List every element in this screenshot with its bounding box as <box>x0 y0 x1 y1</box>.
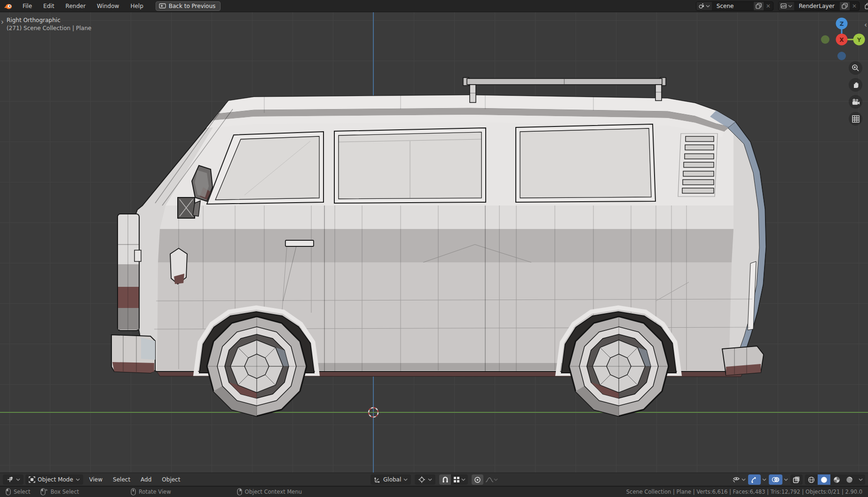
snap-target-icon <box>453 476 460 483</box>
menu-select[interactable]: Select <box>109 476 134 483</box>
visibility-icon <box>732 476 740 483</box>
shading-material-button[interactable] <box>830 474 843 485</box>
van-window-rear[interactable] <box>516 124 655 202</box>
chevron-down-icon <box>403 478 408 481</box>
wireframe-sphere-icon <box>808 476 815 483</box>
van-front-bumper[interactable] <box>111 335 155 373</box>
van-front-post[interactable] <box>118 214 139 331</box>
scene-selector[interactable]: Scene ✕ <box>696 1 773 11</box>
gizmo-axis-y[interactable]: Y <box>853 34 865 46</box>
van-rear-wheel[interactable] <box>558 308 679 416</box>
status-bar: Select Box Select Rotate View Object Con… <box>0 486 868 497</box>
svg-text:Z: Z <box>840 21 844 27</box>
falloff-icon <box>485 477 494 483</box>
shading-wireframe-button[interactable] <box>805 474 818 485</box>
falloff-dropdown[interactable] <box>485 477 498 483</box>
chevron-down-icon <box>859 478 863 481</box>
pan-button[interactable] <box>849 78 862 92</box>
scene-copy-button[interactable] <box>753 2 764 10</box>
proportional-icon <box>474 476 481 483</box>
chevron-down-icon <box>762 478 766 481</box>
zoom-icon <box>852 64 860 72</box>
chevron-down-icon <box>76 478 80 481</box>
transform-orientation-dropdown[interactable]: Global <box>371 474 411 485</box>
van-door-handle[interactable] <box>285 240 314 246</box>
render-layer-selector[interactable]: RenderLayer ✕ <box>778 1 860 11</box>
navigation-gizmo[interactable]: Z X Y <box>813 16 868 68</box>
back-to-previous-label: Back to Previous <box>169 3 216 9</box>
solid-sphere-icon <box>821 476 828 483</box>
gizmos-toggle[interactable] <box>748 474 761 485</box>
viewport-nav-buttons <box>849 61 862 126</box>
svg-text:Y: Y <box>857 37 861 43</box>
van-model[interactable] <box>0 12 868 473</box>
top-menu-bar: File Edit Render Window Help Back to Pre… <box>0 0 868 12</box>
back-icon <box>159 3 166 9</box>
xray-icon <box>793 476 800 483</box>
object-visibility-dropdown[interactable] <box>732 476 746 483</box>
projection-toggle-button[interactable] <box>849 112 862 126</box>
menu-window[interactable]: Window <box>91 0 125 12</box>
hint-rotate-view: Rotate View <box>131 488 171 496</box>
render-layer-icon <box>781 3 787 9</box>
menu-add[interactable]: Add <box>136 476 156 483</box>
object-mode-icon <box>29 476 35 483</box>
van-front-wheel[interactable] <box>196 308 317 416</box>
snap-toggle-button[interactable] <box>439 474 451 485</box>
gizmo-axis-z[interactable]: Z <box>836 18 848 30</box>
xray-toggle[interactable] <box>790 474 803 485</box>
menu-file[interactable]: File <box>17 0 38 12</box>
shading-dropdown[interactable] <box>856 474 865 485</box>
toolbar-expand-arrow[interactable]: › <box>1 18 4 26</box>
hint-select: Select <box>6 488 30 496</box>
viewport-3d[interactable]: Right Orthographic (271) Scene Collectio… <box>0 12 868 473</box>
scene-icon <box>698 3 705 9</box>
van-sill-band[interactable] <box>160 205 734 229</box>
zoom-button[interactable] <box>849 61 862 75</box>
material-sphere-icon <box>833 476 840 483</box>
shading-mode-group <box>805 474 865 485</box>
menu-help[interactable]: Help <box>125 0 149 12</box>
camera-view-button[interactable] <box>849 95 862 109</box>
render-layer-browse-button[interactable] <box>779 2 794 10</box>
hint-label: Object Context Menu <box>245 489 302 495</box>
copy-icon-cropped <box>864 3 868 9</box>
mode-dropdown[interactable]: Object Mode <box>25 474 83 485</box>
hint-label: Rotate View <box>139 489 171 495</box>
chevron-down-icon <box>16 478 20 481</box>
render-layer-name[interactable]: RenderLayer <box>794 3 839 9</box>
orientation-label: Global <box>383 476 401 483</box>
mouse-left-drag-icon <box>40 488 47 496</box>
render-layer-unlink-button[interactable]: ✕ <box>850 3 859 9</box>
van-rear-bumper[interactable] <box>722 346 764 375</box>
menu-object[interactable]: Object <box>158 476 184 483</box>
blender-logo-icon[interactable] <box>4 2 12 10</box>
gizmo-axis-neg-y[interactable] <box>821 35 829 44</box>
hint-box-select: Box Select <box>40 488 79 496</box>
magnet-icon <box>442 476 449 483</box>
overlays-icon <box>772 476 780 483</box>
back-to-previous-button[interactable]: Back to Previous <box>156 1 221 11</box>
overlays-toggle[interactable] <box>769 474 782 485</box>
van-window-middle[interactable] <box>334 128 486 203</box>
menu-render[interactable]: Render <box>60 0 91 12</box>
gizmo-axis-x[interactable]: X <box>836 34 848 46</box>
chevron-down-icon <box>461 478 466 481</box>
transform-orientation-icon <box>374 476 381 483</box>
menu-edit[interactable]: Edit <box>38 0 60 12</box>
render-layer-copy-button[interactable] <box>839 2 850 10</box>
proportional-editing-toggle[interactable] <box>472 474 483 485</box>
scene-browse-button[interactable] <box>696 2 712 10</box>
hint-object-context-menu: Object Context Menu <box>237 488 302 496</box>
scene-unlink-button[interactable]: ✕ <box>764 3 773 9</box>
gizmo-axis-neg-z[interactable] <box>837 52 846 60</box>
pan-icon <box>852 81 860 89</box>
snap-target-dropdown[interactable] <box>451 474 468 485</box>
van-midpanel-band[interactable] <box>158 229 734 262</box>
pivot-point-dropdown[interactable] <box>415 474 435 485</box>
editor-type-button[interactable] <box>3 474 24 485</box>
menu-view[interactable]: View <box>85 476 107 483</box>
scene-name[interactable]: Scene <box>712 3 753 9</box>
shading-solid-button[interactable] <box>818 474 830 485</box>
shading-rendered-button[interactable] <box>843 474 856 485</box>
